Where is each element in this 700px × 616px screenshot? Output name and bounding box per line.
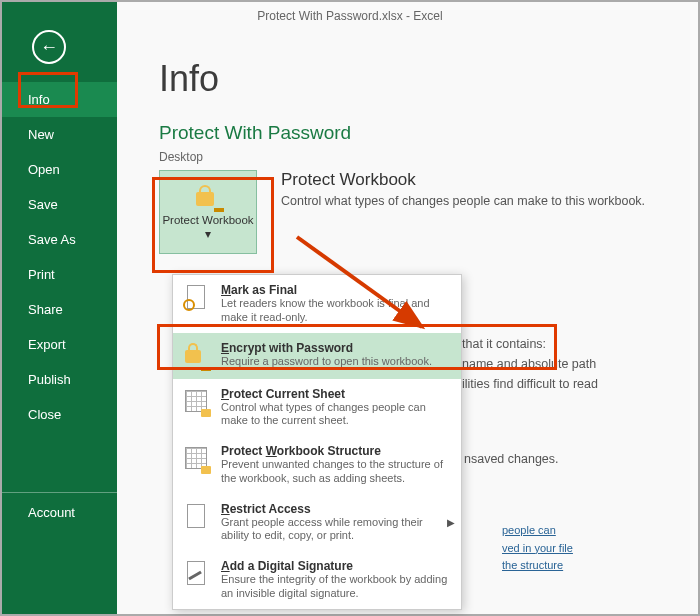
excel-backstage-info: Protect With Password.xlsx - Excel ← Inf… — [0, 0, 700, 616]
nav-save-as[interactable]: Save As — [2, 222, 117, 257]
nav-share[interactable]: Share — [2, 292, 117, 327]
nav-account[interactable]: Account — [2, 495, 117, 530]
dropdown-item-title: Mark as Final — [221, 283, 451, 297]
dropdown-item-text: Restrict AccessGrant people access while… — [221, 502, 451, 544]
dropdown-item-text: Protect Current SheetControl what types … — [221, 387, 451, 429]
dropdown-item-encrypt[interactable]: Encrypt with PasswordRequire a password … — [173, 333, 461, 379]
nav-export[interactable]: Export — [2, 327, 117, 362]
document-location: Desktop — [159, 150, 698, 164]
dropdown-item-title: Encrypt with Password — [221, 341, 451, 355]
mark-final-icon — [181, 283, 211, 313]
nav-save[interactable]: Save — [2, 187, 117, 222]
protect-workbook-description: Protect Workbook Control what types of c… — [281, 170, 645, 208]
nav-new[interactable]: New — [2, 117, 117, 152]
protect-workbook-dropdown: Mark as FinalLet readers know the workbo… — [172, 274, 462, 610]
nav-print[interactable]: Print — [2, 257, 117, 292]
backstage-sidebar: ← Info New Open Save Save As Print Share… — [2, 2, 117, 614]
restrict-access-icon — [181, 502, 211, 532]
lock-icon — [194, 182, 222, 210]
nav-publish[interactable]: Publish — [2, 362, 117, 397]
document-title: Protect With Password — [159, 122, 698, 144]
dropdown-item-desc: Grant people access while removing their… — [221, 516, 451, 544]
back-button[interactable]: ← — [32, 30, 66, 64]
lock-icon — [181, 341, 211, 371]
dropdown-item-restrict[interactable]: Restrict AccessGrant people access while… — [173, 494, 461, 552]
dropdown-item-sign[interactable]: Add a Digital SignatureEnsure the integr… — [173, 551, 461, 609]
dropdown-item-text: Encrypt with PasswordRequire a password … — [221, 341, 451, 371]
dropdown-item-structure[interactable]: Protect Workbook StructurePrevent unwant… — [173, 436, 461, 494]
dropdown-item-sheet[interactable]: Protect Current SheetControl what types … — [173, 379, 461, 437]
inspect-fragment: that it contains: name and absolute path… — [462, 334, 598, 394]
workbook-structure-icon — [181, 444, 211, 474]
nav-open[interactable]: Open — [2, 152, 117, 187]
protect-workbook-subtext: Control what types of changes people can… — [281, 194, 645, 208]
nav-close[interactable]: Close — [2, 397, 117, 432]
link-people[interactable]: people can — [502, 522, 573, 540]
dropdown-caret-icon: ▾ — [205, 228, 211, 240]
link-file[interactable]: ved in your file — [502, 540, 573, 558]
dropdown-item-title: Add a Digital Signature — [221, 559, 451, 573]
chevron-right-icon: ▶ — [447, 517, 455, 528]
dropdown-item-text: Add a Digital SignatureEnsure the integr… — [221, 559, 451, 601]
protect-section: Protect Workbook ▾ Protect Workbook Cont… — [159, 170, 698, 254]
dropdown-item-desc: Prevent unwanted changes to the structur… — [221, 458, 451, 486]
dropdown-item-title: Protect Workbook Structure — [221, 444, 451, 458]
dropdown-item-desc: Ensure the integrity of the workbook by … — [221, 573, 451, 601]
protect-workbook-button-label: Protect Workbook — [162, 214, 253, 226]
dropdown-item-mark-final[interactable]: Mark as FinalLet readers know the workbo… — [173, 275, 461, 333]
dropdown-item-title: Restrict Access — [221, 502, 451, 516]
dropdown-item-desc: Require a password to open this workbook… — [221, 355, 451, 369]
protect-workbook-button[interactable]: Protect Workbook ▾ — [159, 170, 257, 254]
dropdown-item-text: Mark as FinalLet readers know the workbo… — [221, 283, 451, 325]
right-links: people can ved in your file the structur… — [502, 522, 573, 575]
dropdown-item-desc: Control what types of changes people can… — [221, 401, 451, 429]
link-structure[interactable]: the structure — [502, 557, 573, 575]
nav-info[interactable]: Info — [2, 82, 117, 117]
digital-signature-icon — [181, 559, 211, 589]
dropdown-item-text: Protect Workbook StructurePrevent unwant… — [221, 444, 451, 486]
sheet-lock-icon — [181, 387, 211, 417]
back-arrow-icon: ← — [40, 38, 58, 56]
dropdown-item-desc: Let readers know the workbook is final a… — [221, 297, 451, 325]
page-title: Info — [159, 58, 698, 100]
unsaved-fragment: nsaved changes. — [464, 452, 559, 466]
protect-workbook-heading: Protect Workbook — [281, 170, 645, 190]
dropdown-item-title: Protect Current Sheet — [221, 387, 451, 401]
